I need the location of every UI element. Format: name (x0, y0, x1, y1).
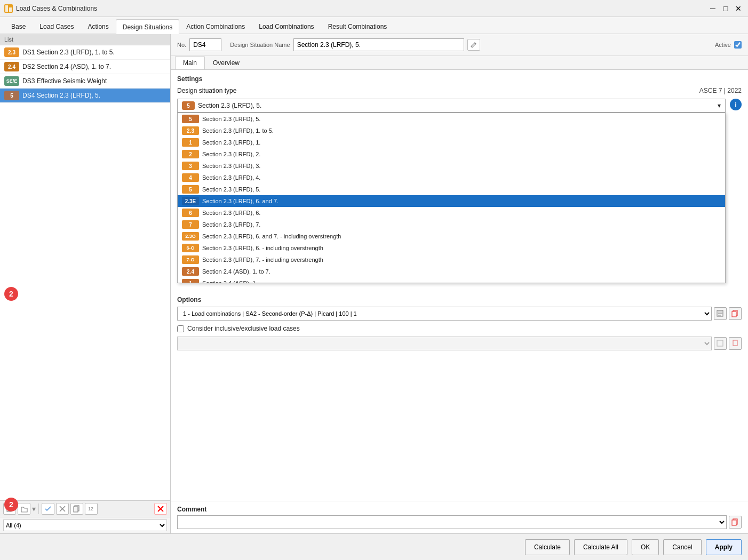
item-label: Section 2.4 (ASD), 1. (202, 280, 257, 283)
name-input[interactable] (293, 38, 464, 51)
minimize-button[interactable]: ─ (707, 3, 718, 14)
comment-label: Comment (177, 506, 742, 513)
active-checkbox[interactable] (734, 41, 742, 49)
info-button[interactable]: i (730, 99, 742, 110)
cross-button[interactable] (56, 503, 69, 515)
filter-bar: All (4) (0, 517, 170, 533)
no-input[interactable] (189, 38, 221, 51)
dropdown-item[interactable]: 7-O Section 2.3 (LRFD), 7. - including o… (178, 254, 725, 266)
inclusive-row: Consider inclusive/exclusive load cases (177, 325, 742, 332)
svg-rect-18 (732, 311, 736, 317)
comment-section: Comment (171, 501, 748, 533)
tab-actions[interactable]: Actions (81, 19, 115, 34)
svg-rect-1 (9, 7, 12, 12)
dropdown-item[interactable]: 7 Section 2.3 (LRFD), 7. (178, 219, 725, 230)
item-label: Section 2.3 (LRFD), 5. (202, 186, 260, 193)
item-badge: 4 (182, 173, 199, 182)
item-label: Section 2.3 (LRFD), 7. (202, 221, 260, 228)
calculate-button[interactable]: Calculate (525, 539, 570, 555)
dropdown-item[interactable]: 4 Section 2.3 (LRFD), 4. (178, 172, 725, 183)
item-badge: 5 (182, 185, 199, 194)
item-text: DS3 Effective Seismic Weight (22, 77, 107, 85)
list-item[interactable]: 2.3 DS1 Section 2.3 (LRFD), 1. to 5. (0, 45, 170, 60)
dst-row: Design situation type ASCE 7 | 2022 (177, 87, 742, 94)
svg-rect-20 (733, 340, 737, 346)
dropdown-item[interactable]: 2 Section 2.3 (LRFD), 2. (178, 148, 725, 160)
item-text: DS2 Section 2.4 (ASD), 1. to 7. (22, 63, 111, 70)
active-area: Active (715, 41, 742, 49)
maximize-button[interactable]: □ (720, 3, 731, 14)
tab-main[interactable]: Main (175, 56, 205, 69)
titlebar: Load Cases & Combinations ─ □ ✕ (0, 0, 748, 17)
dst-label: Design situation type (177, 87, 695, 94)
item-label: Section 2.3 (LRFD), 1. to 5. (202, 127, 274, 134)
filter-select[interactable]: All (4) (3, 519, 167, 531)
bottom-bar: Calculate Calculate All OK Cancel Apply (0, 533, 748, 560)
tab-result-combinations[interactable]: Result Combinations (321, 19, 394, 34)
comment-copy-button[interactable] (729, 516, 742, 529)
tab-action-combinations[interactable]: Action Combinations (179, 19, 252, 34)
dropdown-item[interactable]: 5 Section 2.3 (LRFD), 5. (178, 183, 725, 195)
dropdown-item[interactable]: 1 Section 2.3 (LRFD), 1. (178, 137, 725, 148)
inclusive-select[interactable] (177, 337, 712, 350)
tab-overview[interactable]: Overview (205, 56, 248, 69)
inclusive-checkbox[interactable] (177, 325, 184, 332)
window-controls: ─ □ ✕ (707, 3, 744, 14)
svg-rect-19 (717, 340, 723, 346)
item-label: Section 2.3 (LRFD), 6. and 7. (202, 198, 278, 204)
nav-tabs: Base Load Cases Actions Design Situation… (0, 17, 748, 34)
apply-button[interactable]: Apply (706, 539, 742, 555)
close-button[interactable]: ✕ (733, 3, 744, 14)
name-label: Design Situation Name (230, 42, 290, 48)
comment-select[interactable] (177, 515, 727, 529)
tab-base[interactable]: Base (4, 19, 33, 34)
dropdown-item[interactable]: 2.3O Section 2.3 (LRFD), 6. and 7. - inc… (178, 230, 725, 242)
check-button[interactable] (42, 503, 54, 515)
dropdown-item[interactable]: 2.3 Section 2.3 (LRFD), 1. to 5. (178, 125, 725, 137)
dropdown-item[interactable]: 1 Section 2.4 (ASD), 1. (178, 277, 725, 283)
dropdown-item-highlighted[interactable]: 2.3E Section 2.3 (LRFD), 6. and 7. (178, 195, 725, 207)
settings-title: Settings (177, 75, 742, 83)
list-item[interactable]: SE/E DS3 Effective Seismic Weight (0, 74, 170, 89)
list-item[interactable]: 2.4 DS2 Section 2.4 (ASD), 1. to 7. (0, 60, 170, 74)
tab-load-combinations[interactable]: Load Combinations (252, 19, 321, 34)
svg-text:12: 12 (88, 506, 93, 511)
item-badge: 2.3O (182, 232, 199, 241)
svg-rect-8 (74, 507, 78, 512)
cancel-button[interactable]: Cancel (663, 539, 701, 555)
tab-load-cases[interactable]: Load Cases (33, 19, 81, 34)
inclusive-label: Consider inclusive/exclusive load cases (187, 325, 300, 332)
combo-edit-button[interactable] (714, 307, 727, 320)
dst-dropdown-list[interactable]: 5 Section 2.3 (LRFD), 5. 2.3 Section 2.3… (177, 113, 726, 283)
list-item-selected[interactable]: 5 DS4 Section 2.3 (LRFD), 5. (0, 89, 170, 103)
item-badge: 1 (182, 138, 199, 147)
item-badge: 2.3 (4, 47, 19, 57)
dst-dropdown[interactable]: 5 Section 2.3 (LRFD), 5. ▾ (177, 99, 726, 113)
inclusive-copy-button[interactable] (729, 337, 742, 350)
dropdown-item[interactable]: 6 Section 2.3 (LRFD), 6. (178, 207, 725, 219)
tab-design-situations[interactable]: Design Situations (116, 19, 179, 34)
ok-button[interactable]: OK (632, 539, 659, 555)
open-button[interactable] (18, 503, 30, 515)
form-header: No. Design Situation Name Active (171, 34, 748, 56)
renumber-button[interactable]: 12 (85, 503, 98, 515)
selected-badge: 5 (182, 101, 195, 110)
dropdown-chevron-icon: ▾ (718, 102, 721, 109)
dropdown-arrow-btn[interactable]: ▾ (32, 505, 36, 513)
combo-copy-button[interactable] (729, 307, 742, 320)
inclusive-edit-button[interactable] (714, 337, 727, 350)
item-label: Section 2.3 (LRFD), 5. (202, 116, 260, 122)
dropdown-item[interactable]: 6-O Section 2.3 (LRFD), 6. - including o… (178, 242, 725, 254)
edit-name-button[interactable] (467, 39, 480, 51)
copy-button[interactable] (70, 503, 83, 515)
item-label: Section 2.3 (LRFD), 7. - including overs… (202, 257, 323, 263)
calculate-all-button[interactable]: Calculate All (574, 539, 627, 555)
comment-row (177, 515, 742, 529)
combo-wizard-select[interactable]: 1 - Load combinations | SA2 - Second-ord… (177, 307, 712, 321)
dropdown-item[interactable]: 5 Section 2.3 (LRFD), 5. (178, 113, 725, 125)
dropdown-item[interactable]: 2.4 Section 2.4 (ASD), 1. to 7. (178, 266, 725, 277)
options-title: Options (177, 296, 742, 303)
delete-button[interactable] (154, 503, 167, 515)
dropdown-item[interactable]: 3 Section 2.3 (LRFD), 3. (178, 160, 725, 172)
item-text: DS4 Section 2.3 (LRFD), 5. (22, 92, 100, 99)
